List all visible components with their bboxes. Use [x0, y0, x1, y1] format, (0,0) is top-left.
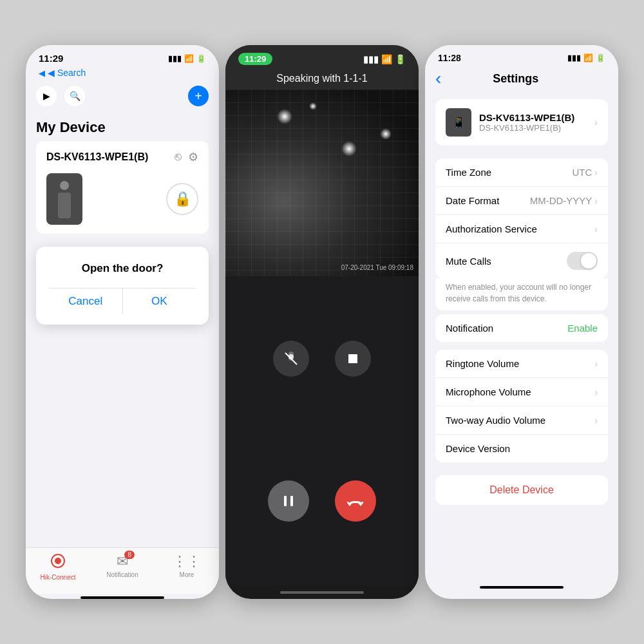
device-info-card[interactable]: 📱 DS-KV6113-WPE1(B) DS-KV6113-WPE1(B) › — [435, 99, 608, 146]
settings-device-sub: DS-KV6113-WPE1(B) — [479, 123, 574, 133]
svg-point-3 — [289, 354, 294, 359]
phone1-status-bar: 11:29 ▮▮▮ 📶 🔋 — [26, 45, 219, 66]
back-button[interactable]: ‹ — [435, 68, 441, 89]
dialog-ok-button[interactable]: OK — [123, 289, 196, 314]
tab-notification[interactable]: ✉ 8 Notification — [90, 553, 155, 581]
device-settings-icon[interactable]: ⚙ — [188, 150, 198, 164]
phone2-status-icons: ▮▮▮ 📶 🔋 — [363, 54, 406, 64]
dialog-title: Open the door? — [49, 262, 196, 275]
phone3-signal-icon: ▮▮▮ — [567, 53, 581, 62]
phone3-wifi-icon: 📶 — [583, 53, 593, 62]
date-format-chevron: › — [594, 196, 598, 206]
phone2-home-indicator — [280, 591, 364, 594]
share-icon[interactable]: ⎋ — [175, 150, 182, 164]
video-feed: 07-20-2021 Tue 09:09:18 — [225, 90, 419, 276]
doorbell-thumbnail — [46, 173, 82, 225]
ringtone-label: Ringtone Volume — [446, 358, 519, 369]
phone1-tab-bar: Hik-Connect ✉ 8 Notification ⋮⋮ More — [26, 547, 219, 594]
settings-row-microphone[interactable]: Microphone Volume › — [435, 378, 608, 406]
svg-rect-4 — [348, 354, 357, 363]
svg-point-1 — [55, 558, 61, 564]
notification-label: Notification — [446, 323, 493, 334]
mute-calls-description: When enabled, your account will no longe… — [446, 283, 591, 303]
hangup-button[interactable] — [335, 480, 376, 522]
video-timestamp: 07-20-2021 Tue 09:09:18 — [341, 264, 413, 271]
lock-button[interactable]: 🔒 — [166, 183, 198, 215]
phone1-search-bar[interactable]: ◀ ◀ Search — [26, 66, 219, 83]
tab-more-label: More — [180, 571, 194, 578]
call-title: Speaking with 1-1-1 — [225, 68, 419, 90]
my-device-heading: My Device — [26, 109, 219, 141]
mute-calls-label: Mute Calls — [446, 256, 491, 267]
settings-row-date-format[interactable]: Date Format MM-DD-YYYY › — [435, 187, 608, 215]
time-zone-val: UTC — [573, 167, 592, 178]
device-name-label: DS-KV6113-WPE1(B) — [46, 151, 148, 163]
settings-row-auth-service[interactable]: Authorization Service › — [435, 215, 608, 243]
search-label: ◀ Search — [48, 68, 86, 78]
phone2-wifi-icon: 📶 — [381, 54, 392, 64]
dialog-cancel-button[interactable]: Cancel — [49, 289, 123, 314]
hik-connect-icon — [50, 553, 66, 573]
delete-device-button[interactable]: Delete Device — [435, 475, 608, 505]
light-spot-2 — [341, 141, 357, 156]
svg-rect-5 — [284, 496, 287, 506]
notification-value: Enable — [567, 323, 598, 334]
settings-row-notification[interactable]: Notification Enable — [435, 314, 608, 342]
phone2-time: 11:29 — [238, 53, 272, 65]
settings-row-two-way[interactable]: Two-way Audio Volume › — [435, 406, 608, 435]
fisheye-image: 07-20-2021 Tue 09:09:18 — [225, 90, 419, 276]
microphone-label: Microphone Volume — [446, 386, 531, 397]
device-version-label: Device Version — [446, 443, 510, 454]
settings-row-device-version[interactable]: Device Version — [435, 435, 608, 462]
call-controls — [225, 276, 419, 586]
toggle-knob — [581, 253, 596, 269]
auth-service-value: › — [594, 224, 598, 234]
light-spot-3 — [380, 128, 392, 140]
device-info-chevron: › — [594, 117, 598, 128]
phone2-battery-icon: 🔋 — [395, 54, 406, 64]
play-icon-button[interactable]: ▶ — [36, 86, 57, 106]
add-icon-button[interactable]: + — [188, 86, 209, 106]
mute-calls-desc: When enabled, your account will no longe… — [435, 278, 608, 310]
settings-title: Settings — [493, 72, 538, 86]
phone1-battery-icon: 🔋 — [196, 54, 206, 63]
light-spot-1 — [277, 109, 292, 124]
settings-row-time-zone[interactable]: Time Zone UTC › — [435, 158, 608, 187]
notification-badge: 8 — [124, 551, 135, 559]
tab-hik-connect[interactable]: Hik-Connect — [26, 553, 90, 581]
tab-hik-connect-label: Hik-Connect — [40, 574, 75, 581]
device-info-left: 📱 DS-KV6113-WPE1(B) DS-KV6113-WPE1(B) — [446, 108, 574, 137]
phone1-frame: 11:29 ▮▮▮ 📶 🔋 ◀ ◀ Search ▶ 🔍 + My Device — [26, 45, 219, 599]
phone3-bottom-pad — [425, 594, 618, 599]
stop-button[interactable] — [335, 341, 371, 377]
svg-rect-6 — [290, 496, 293, 506]
back-chevron-icon: ◀ — [39, 68, 45, 78]
search-icon-button[interactable]: 🔍 — [64, 86, 85, 106]
phone3-time: 11:28 — [438, 53, 461, 63]
pause-call-button[interactable] — [268, 480, 309, 522]
microphone-chevron: › — [594, 387, 598, 397]
phone3-spacer — [425, 505, 618, 581]
settings-row-ringtone[interactable]: Ringtone Volume › — [435, 350, 608, 378]
time-zone-value: UTC › — [573, 167, 598, 178]
device-action-icons: ⎋ ⚙ — [175, 150, 198, 164]
time-zone-label: Time Zone — [446, 167, 491, 178]
mute-button[interactable] — [273, 341, 309, 377]
tab-more[interactable]: ⋮⋮ More — [155, 553, 219, 581]
device-info-text: DS-KV6113-WPE1(B) DS-KV6113-WPE1(B) — [479, 112, 574, 133]
date-format-label: Date Format — [446, 195, 499, 206]
phone3-frame: 11:28 ▮▮▮ 📶 🔋 ‹ Settings 📱 DS-KV6113-WPE… — [425, 45, 618, 599]
mute-calls-toggle[interactable] — [567, 252, 598, 270]
bottom-call-controls — [268, 480, 376, 522]
phone3-battery-icon: 🔋 — [596, 53, 605, 62]
phone1-left-icons: ▶ 🔍 — [36, 86, 85, 106]
more-icon: ⋮⋮ — [173, 553, 201, 570]
phone2-frame: 11:29 ▮▮▮ 📶 🔋 Speaking with 1-1-1 07-20-… — [225, 45, 419, 599]
two-way-chevron: › — [594, 415, 598, 426]
settings-device-name: DS-KV6113-WPE1(B) — [479, 112, 574, 123]
date-format-val: MM-DD-YYYY — [530, 195, 592, 206]
phone1-status-icons: ▮▮▮ 📶 🔋 — [168, 54, 206, 63]
auth-service-chevron: › — [594, 224, 598, 234]
delete-device-label: Delete Device — [489, 484, 554, 495]
settings-list-1: Time Zone UTC › Date Format MM-DD-YYYY ›… — [435, 158, 608, 278]
